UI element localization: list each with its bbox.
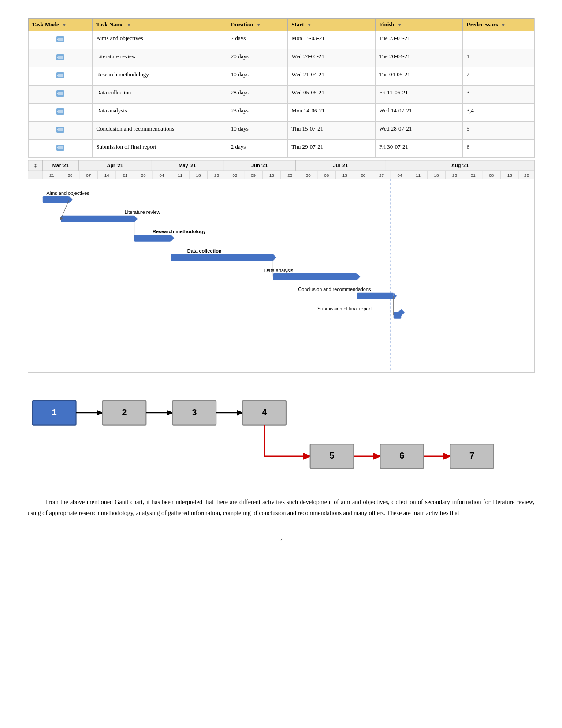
svg-text:21: 21 [49,173,54,178]
task-name-cell: Aims and objectives [93,31,227,49]
th-duration[interactable]: Duration ▼ [227,19,287,31]
duration-cell: 10 days [227,122,287,140]
task-mode-icon [56,143,65,152]
table-row: Data collection28 daysWed 05-05-21Fri 11… [28,86,534,104]
svg-text:6: 6 [399,451,404,460]
start-cell: Wed 05-05-21 [288,86,376,104]
task-mode-icon [56,107,65,116]
svg-text:25: 25 [214,173,219,178]
svg-rect-102 [357,293,393,299]
task-mode-icon [56,53,65,62]
page-content: Task Mode ▼ Task Name ▼ Duration ▼ Start… [28,18,535,543]
svg-text:Apr '21: Apr '21 [107,163,123,168]
svg-text:Jun '21: Jun '21 [251,163,268,168]
svg-text:07: 07 [86,173,91,178]
task-mode-cell [28,86,93,104]
svg-rect-87 [42,196,69,203]
svg-text:08: 08 [489,173,494,178]
svg-text:1: 1 [52,407,56,417]
svg-text:Research methodology: Research methodology [153,229,206,234]
svg-marker-11 [58,128,63,131]
svg-text:Jul '21: Jul '21 [333,163,348,168]
th-predecessors[interactable]: Predecessors ▼ [463,19,534,31]
task-mode-cell [28,104,93,122]
svg-text:28: 28 [141,173,145,178]
svg-text:30: 30 [305,173,310,178]
gantt-table-wrapper: Task Mode ▼ Task Name ▼ Duration ▼ Start… [28,18,535,158]
svg-text:01: 01 [470,173,475,178]
finish-cell: Wed 14-07-21 [375,104,463,122]
th-start[interactable]: Start ▼ [288,19,376,31]
th-finish[interactable]: Finish ▼ [375,19,463,31]
duration-cell: 7 days [227,31,287,49]
svg-rect-90 [61,216,134,222]
duration-cell: 10 days [227,67,287,86]
svg-text:09: 09 [251,173,256,178]
gantt-chart: ‡ Mar '21 Apr '21 May '21 Jun '21 Jul '2… [28,160,535,373]
predecessors-sort-arrow[interactable]: ▼ [501,22,506,27]
duration-sort-arrow[interactable]: ▼ [257,22,261,27]
svg-text:Data analysis: Data analysis [264,268,293,273]
task-mode-cell [28,122,93,140]
predecessors-cell: 3,4 [463,104,534,122]
svg-text:11: 11 [177,173,182,178]
svg-text:11: 11 [416,173,421,178]
svg-text:‡: ‡ [34,163,36,168]
svg-text:25: 25 [452,173,457,178]
svg-text:Conclusion and recommendations: Conclusion and recommendations [298,287,371,292]
svg-marker-1 [58,38,63,41]
svg-rect-93 [134,235,171,241]
th-task-mode[interactable]: Task Mode ▼ [28,19,93,31]
svg-text:23: 23 [287,173,292,178]
task-name-cell: Literature review [93,49,227,67]
predecessors-cell: 5 [463,122,534,140]
th-task-name[interactable]: Task Name ▼ [93,19,227,31]
svg-text:May '21: May '21 [179,163,196,168]
svg-text:Literature review: Literature review [124,209,160,215]
svg-marker-3 [58,56,63,59]
duration-cell: 23 days [227,104,287,122]
task-name-cell: Submission of final report [93,140,227,158]
task-name-sort-arrow[interactable]: ▼ [127,22,131,27]
predecessors-cell: 1 [463,49,534,67]
svg-text:14: 14 [104,173,109,178]
duration-cell: 28 days [227,86,287,104]
table-row: Conclusion and recommendations10 daysThu… [28,122,534,140]
task-mode-sort-arrow[interactable]: ▼ [62,22,67,27]
svg-text:Submission of final report: Submission of final report [317,306,371,311]
predecessors-cell: 3 [463,86,534,104]
table-row: Research methodology10 daysWed 21-04-21T… [28,67,534,86]
svg-text:20: 20 [361,173,365,178]
task-mode-icon [56,125,65,134]
svg-text:5: 5 [329,451,334,460]
svg-text:3: 3 [192,407,197,417]
svg-text:18: 18 [434,173,439,178]
svg-text:16: 16 [269,173,274,178]
finish-cell: Fri 11-06-21 [375,86,463,104]
svg-text:04: 04 [159,173,164,178]
finish-sort-arrow[interactable]: ▼ [398,22,402,27]
start-cell: Mon 14-06-21 [288,104,376,122]
start-cell: Mon 15-03-21 [288,31,376,49]
svg-rect-113 [28,381,535,488]
gantt-chart-svg: ‡ Mar '21 Apr '21 May '21 Jun '21 Jul '2… [28,160,534,372]
finish-cell: Wed 28-07-21 [375,122,463,140]
svg-marker-7 [58,92,63,95]
task-mode-icon [56,35,65,44]
finish-cell: Tue 04-05-21 [375,67,463,86]
paragraph-1: From the above mentioned Gantt chart, it… [28,497,535,519]
svg-text:4: 4 [262,407,267,417]
start-sort-arrow[interactable]: ▼ [307,22,312,27]
svg-text:13: 13 [342,173,347,178]
gantt-table: Task Mode ▼ Task Name ▼ Duration ▼ Start… [28,18,534,158]
svg-text:Aims and objectives: Aims and objectives [46,190,89,196]
predecessors-cell: 2 [463,67,534,86]
svg-rect-99 [273,273,357,280]
task-mode-cell [28,49,93,67]
svg-text:21: 21 [123,173,127,178]
task-mode-cell [28,67,93,86]
svg-text:02: 02 [232,173,237,178]
svg-rect-96 [171,254,273,261]
body-text: From the above mentioned Gantt chart, it… [28,497,535,519]
task-name-cell: Conclusion and recommendations [93,122,227,140]
